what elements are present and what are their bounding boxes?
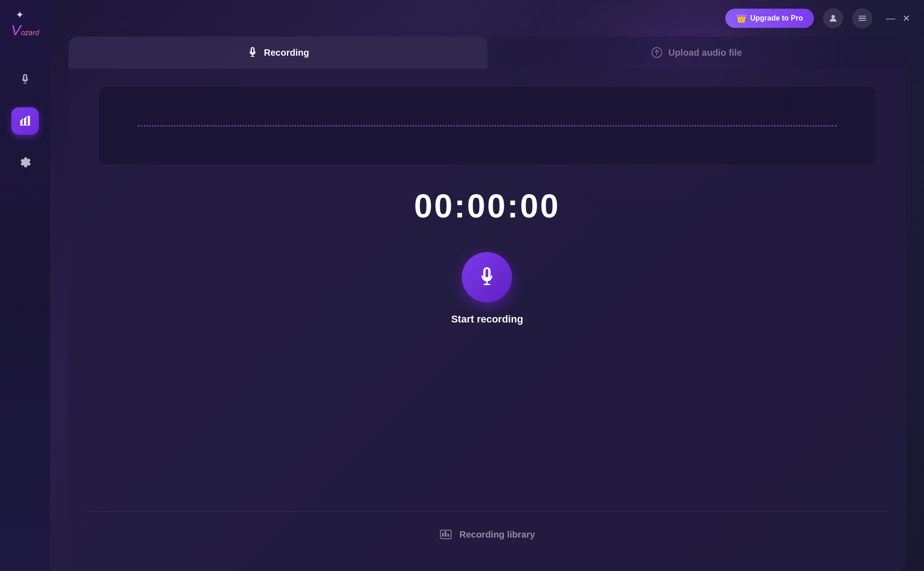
waveform-line (138, 125, 837, 127)
logo-text: Vozard (11, 22, 39, 39)
logo-v: V (11, 22, 21, 38)
analytics-icon (19, 115, 32, 127)
tab-recording[interactable]: Recording (69, 37, 487, 69)
microphone-icon (19, 74, 32, 86)
svg-rect-14 (447, 534, 449, 537)
svg-point-6 (831, 15, 834, 18)
logo: ✦ Vozard (11, 9, 39, 39)
sidebar-item-microphone[interactable] (11, 66, 39, 94)
svg-rect-2 (28, 116, 30, 125)
logo-ozard: ozard (21, 29, 39, 37)
user-icon (828, 13, 838, 23)
menu-button[interactable] (852, 8, 872, 28)
tab-upload[interactable]: Upload audio file (487, 37, 906, 69)
header-actions: — ✕ (823, 8, 910, 28)
recording-library-label: Recording library (459, 529, 535, 540)
header: 👑 Upgrade to Pro — ✕ (50, 0, 924, 37)
panel-divider (87, 511, 887, 512)
crown-icon: 👑 (736, 13, 746, 23)
minimize-button[interactable]: — (886, 14, 895, 23)
tab-microphone-icon (247, 47, 259, 58)
svg-rect-7 (859, 16, 866, 17)
hamburger-icon (857, 13, 867, 23)
user-profile-button[interactable] (823, 8, 843, 28)
window-controls: — ✕ (886, 14, 910, 23)
tab-upload-icon (651, 47, 663, 58)
svg-rect-12 (442, 533, 444, 537)
svg-point-5 (29, 116, 29, 117)
sidebar-nav (11, 57, 39, 562)
record-microphone-icon (476, 266, 498, 288)
record-button-container: Start recording (451, 252, 523, 325)
waveform-container (99, 87, 876, 164)
svg-rect-0 (21, 120, 23, 126)
sidebar-item-analytics[interactable] (11, 107, 39, 135)
svg-point-3 (21, 119, 23, 121)
tab-upload-label: Upload audio file (668, 48, 742, 58)
upgrade-button[interactable]: 👑 Upgrade to Pro (725, 9, 814, 28)
main-content: 👑 Upgrade to Pro — ✕ (50, 0, 924, 571)
settings-icon (19, 156, 32, 169)
svg-point-4 (26, 116, 27, 118)
main-panel: 00:00:00 Start recording Recording libra… (69, 69, 906, 571)
svg-rect-9 (859, 20, 866, 21)
svg-rect-13 (444, 531, 446, 537)
svg-rect-1 (24, 118, 26, 125)
recording-library-icon (439, 528, 452, 541)
logo-sparkle: ✦ (16, 9, 24, 21)
sidebar-item-settings[interactable] (11, 148, 39, 176)
sidebar: ✦ Vozard (0, 0, 50, 571)
start-recording-label: Start recording (451, 313, 523, 325)
tabs-container: Recording Upload audio file (69, 37, 906, 69)
start-recording-button[interactable] (462, 252, 512, 302)
svg-rect-8 (859, 18, 866, 19)
recording-library-button[interactable]: Recording library (99, 516, 876, 553)
close-button[interactable]: ✕ (903, 14, 910, 23)
timer-display: 00:00:00 (414, 187, 560, 225)
upgrade-label: Upgrade to Pro (750, 14, 803, 22)
tab-recording-label: Recording (264, 48, 309, 58)
